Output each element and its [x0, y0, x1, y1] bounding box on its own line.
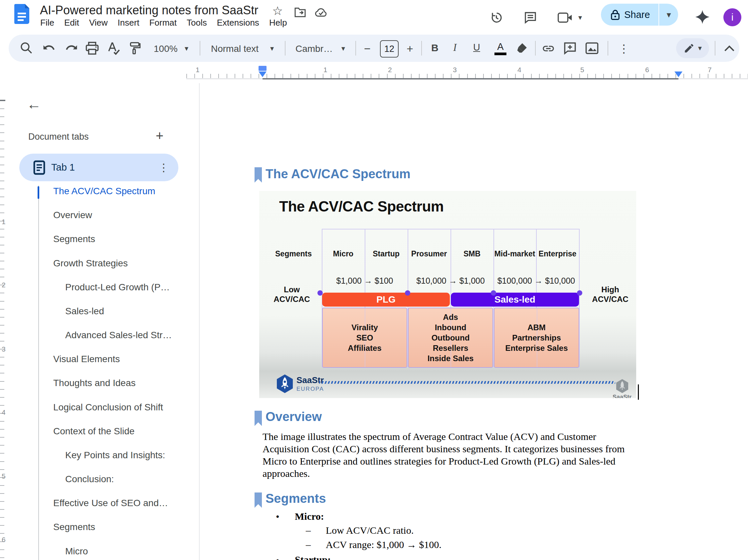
bullet-micro: Micro: [295, 511, 324, 522]
outline-item[interactable]: Product-Led Growth (P… [65, 282, 170, 295]
search-menus-icon[interactable] [19, 41, 33, 55]
text-color-letter: A [497, 41, 504, 52]
figure-acv-value: $1,000 → $100 [322, 276, 407, 286]
paint-format-button[interactable] [128, 41, 141, 55]
text-color-button[interactable]: A [494, 41, 507, 55]
outline-item[interactable]: Conclusion: [65, 474, 114, 487]
print-button[interactable] [85, 41, 99, 55]
indent-marker-left-triangle[interactable] [259, 72, 266, 77]
toolbar-separator [608, 41, 608, 55]
highlight-color-button[interactable] [515, 41, 529, 55]
zoom-dropdown-icon[interactable]: ▾ [185, 44, 188, 53]
decrease-font-size-button[interactable]: − [364, 42, 371, 55]
underline-button[interactable]: U [473, 42, 480, 53]
comments-icon[interactable] [524, 11, 537, 24]
font-dropdown-icon[interactable]: ▾ [342, 44, 345, 53]
close-tabs-panel-button[interactable]: ← [27, 96, 41, 113]
zoom-select[interactable]: 100% [154, 44, 178, 54]
editing-mode-button[interactable]: ▾ [676, 38, 709, 58]
outline-item[interactable]: The ACV/CAC Spectrum [53, 186, 156, 198]
figure-low-label: Low ACV/CAC [268, 285, 315, 304]
dash-marker: – [306, 539, 311, 550]
account-avatar[interactable]: i [723, 8, 741, 26]
increase-font-size-button[interactable]: + [406, 42, 413, 55]
hide-menus-button[interactable] [723, 43, 736, 54]
share-button[interactable]: Share [601, 4, 658, 26]
insert-link-button[interactable] [541, 42, 556, 55]
outline-item[interactable]: Overview [53, 210, 92, 222]
share-dropdown-icon[interactable]: ▾ [659, 10, 678, 20]
menu-extensions[interactable]: Extensions [212, 17, 264, 29]
outline-item[interactable]: Sales-led [65, 306, 104, 319]
figure-title: The ACV/CAC Spectrum [279, 198, 444, 215]
docs-logo[interactable] [14, 4, 29, 24]
mode-dropdown-icon[interactable]: ▾ [698, 44, 702, 52]
version-history-icon[interactable] [489, 11, 503, 24]
styles-dropdown-icon[interactable]: ▾ [270, 44, 274, 53]
insert-image-button[interactable] [585, 41, 599, 55]
toolbar-separator [421, 41, 422, 55]
indent-marker-right[interactable] [675, 72, 682, 77]
bullet-startup: Startup: [295, 554, 331, 560]
bullet-marker: • [276, 555, 280, 560]
video-call-dropdown-icon[interactable]: ▾ [578, 13, 582, 22]
tab-item-1[interactable]: Tab 1 ⋮ [19, 154, 178, 181]
toolbar-separator [355, 41, 356, 55]
share-button-label: Share [624, 9, 650, 20]
font-select[interactable]: Cambr… [296, 44, 333, 54]
document-title[interactable]: AI-Powered marketing notes from SaaStr [40, 3, 258, 17]
figure-row-label: Segments [272, 249, 315, 259]
move-to-folder-icon[interactable] [294, 7, 306, 18]
figure-strategy-box-salesled: ABM Partnerships Enterprise Sales [494, 308, 579, 368]
figure-strategy-text: Ads Inbound Outbound Resellers Inside Sa… [427, 312, 474, 363]
outline-item[interactable]: Key Points and Insights: [65, 450, 165, 463]
outline-item[interactable]: Context of the Slide [53, 426, 135, 439]
outline-item[interactable]: Growth Strategies [53, 258, 128, 271]
video-call-icon[interactable] [558, 12, 572, 23]
figure-column-label: Mid-market [493, 249, 536, 259]
saastr-watermark-icon [616, 379, 628, 393]
outline-item[interactable]: Effective Use of SEO and… [53, 498, 168, 510]
italic-button[interactable]: I [453, 42, 457, 53]
figure-spectrum-dot [577, 290, 582, 296]
outline-item[interactable]: Micro [65, 546, 88, 559]
outline-item[interactable]: Logical Conclusion of Shift [53, 402, 163, 415]
styles-select[interactable]: Normal text [211, 44, 259, 54]
menu-insert[interactable]: Insert [113, 17, 144, 29]
star-icon[interactable]: ☆ [272, 4, 283, 18]
menu-help[interactable]: Help [264, 17, 292, 29]
outline-item[interactable]: Segments [53, 234, 95, 246]
figure-spectrum-dot [491, 290, 496, 296]
undo-button[interactable] [43, 42, 56, 54]
document-tabs-title: Document tabs [28, 132, 89, 142]
outline-item[interactable]: Segments [53, 522, 95, 534]
indent-marker-left[interactable] [259, 66, 266, 71]
outline-active-indicator [38, 186, 39, 199]
tab-options-icon[interactable]: ⋮ [158, 161, 169, 174]
toolbar-more-button[interactable]: ⋮ [618, 42, 630, 55]
bold-button[interactable]: B [431, 42, 439, 53]
add-comment-button[interactable] [563, 41, 577, 55]
redo-button[interactable] [64, 42, 78, 54]
spellcheck-button[interactable] [107, 41, 120, 55]
menu-file[interactable]: File [35, 17, 59, 29]
figure-column-label: Prosumer [407, 249, 450, 259]
overview-paragraph-line: Acquisition Cost (CAC) across different … [262, 443, 625, 455]
figure-acv-value: $100,000 → $10,000 [493, 276, 579, 286]
add-tab-button[interactable]: + [156, 128, 163, 143]
outline-item[interactable]: Visual Elements [53, 354, 120, 366]
avatar-letter: i [731, 11, 734, 23]
embedded-image-acv-cac-spectrum[interactable]: The ACV/CAC Spectrum Segments Micro Star… [259, 191, 636, 398]
saastr-logo-icon [277, 374, 293, 393]
menu-tools[interactable]: Tools [182, 17, 212, 29]
outline-item[interactable]: Advanced Sales-led Str… [65, 330, 172, 342]
outline-item[interactable]: Thoughts and Ideas [53, 378, 136, 390]
menu-format[interactable]: Format [144, 17, 182, 29]
outline-connector-line [38, 186, 39, 560]
font-size-input[interactable]: 12 [380, 40, 399, 57]
menu-edit[interactable]: Edit [59, 17, 84, 29]
gemini-sparkle-icon[interactable] [695, 9, 710, 25]
menu-view[interactable]: View [84, 17, 113, 29]
document-status-saved-icon[interactable] [314, 7, 328, 18]
overview-paragraph-line: approaches. [262, 468, 310, 479]
